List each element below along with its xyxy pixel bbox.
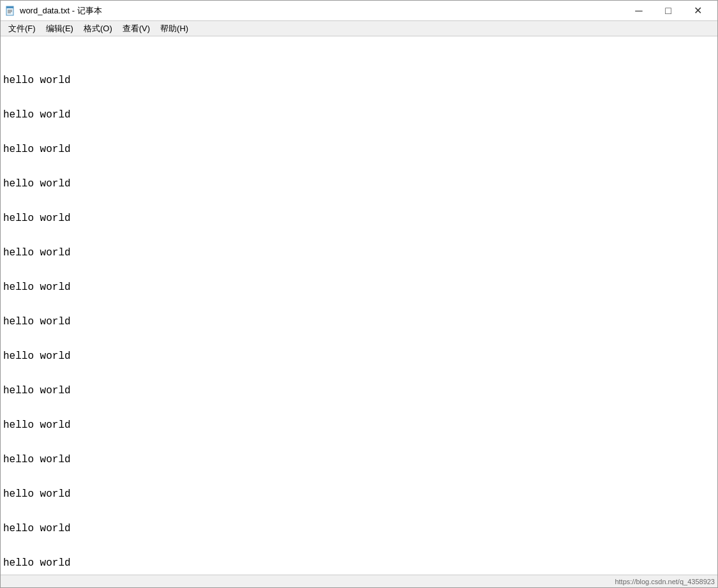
svg-rect-1: [6, 6, 13, 8]
text-line: hello world: [3, 245, 715, 262]
text-line: hello world: [3, 348, 715, 365]
maximize-button[interactable]: □: [654, 1, 683, 20]
menu-bar: 文件(F)编辑(E)格式(O)查看(V)帮助(H): [1, 21, 717, 36]
window-controls: ─ □ ✕: [624, 1, 712, 20]
menu-item[interactable]: 格式(O): [79, 22, 117, 36]
text-line: hello world: [3, 279, 715, 296]
text-line: hello world: [3, 417, 715, 434]
text-line: hello world: [3, 72, 715, 89]
text-line: hello world: [3, 313, 715, 331]
menu-item[interactable]: 帮助(H): [155, 22, 193, 36]
text-line: hello world: [3, 210, 715, 227]
text-content[interactable]: hello worldhello worldhello worldhello w…: [1, 36, 717, 575]
text-line: hello world: [3, 141, 715, 158]
text-line: hello world: [3, 176, 715, 193]
app-icon: [6, 6, 16, 16]
text-line: hello world: [3, 451, 715, 469]
menu-item[interactable]: 编辑(E): [41, 22, 79, 36]
title-bar: word_data.txt - 记事本 ─ □ ✕: [1, 1, 717, 21]
notepad-window: word_data.txt - 记事本 ─ □ ✕ 文件(F)编辑(E)格式(O…: [0, 0, 718, 588]
text-line: hello world: [3, 520, 715, 538]
window-title: word_data.txt - 记事本: [20, 5, 624, 17]
text-line: hello world: [3, 382, 715, 400]
text-line: hello world: [3, 107, 715, 124]
status-bar: https://blog.csdn.net/q_4358923: [1, 575, 717, 587]
menu-item[interactable]: 文件(F): [3, 22, 41, 36]
text-line: hello world: [3, 486, 715, 503]
menu-item[interactable]: 查看(V): [117, 22, 155, 36]
text-line: hello world: [3, 555, 715, 572]
watermark-text: https://blog.csdn.net/q_4358923: [615, 578, 715, 585]
close-button[interactable]: ✕: [683, 1, 712, 20]
minimize-button[interactable]: ─: [624, 1, 654, 20]
content-wrapper: hello worldhello worldhello worldhello w…: [1, 36, 717, 575]
